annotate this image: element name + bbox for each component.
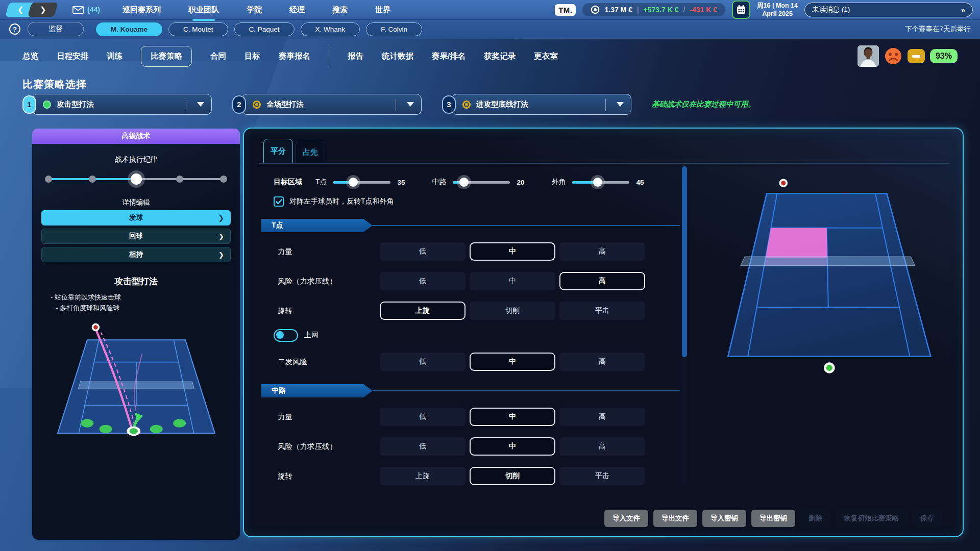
strategy-3-dropdown[interactable]: 进攻型底线打法 <box>452 94 631 115</box>
mood-sad-icon[interactable] <box>884 47 902 65</box>
point-state-tabs: 平分 占先 <box>263 139 325 163</box>
serve-button[interactable]: 发球 ❯ <box>41 210 231 226</box>
tab-objectives[interactable]: 目标 <box>244 46 260 66</box>
tab-match-strategy[interactable]: 比赛策略 <box>141 46 192 67</box>
export-file-button[interactable]: 导出文件 <box>653 510 697 527</box>
option-topspin[interactable]: 上旋 <box>380 467 465 485</box>
menu-item-world[interactable]: 世界 <box>374 1 391 19</box>
lefty-invert-checkbox[interactable] <box>274 196 284 207</box>
strategy-scroll-area: 目标区域 T点 35 中路 20 外角 <box>259 164 680 485</box>
option-medium[interactable]: 中 <box>470 242 555 261</box>
option-low[interactable]: 低 <box>380 408 465 426</box>
strategy-2-dropdown[interactable]: 全场型打法 <box>242 94 422 115</box>
slider-thumb[interactable] <box>131 173 142 185</box>
slider-thumb[interactable] <box>349 178 358 187</box>
import-key-button[interactable]: 导入密钥 <box>702 510 746 527</box>
strategy-slot-1: 1 攻击型打法 <box>22 94 212 115</box>
strategy-1-dropdown[interactable]: 攻击型打法 <box>32 94 212 115</box>
unread-messages-button[interactable]: 未读消息 (1) » <box>804 3 973 17</box>
playstyle-title: 攻击型打法 <box>32 276 240 287</box>
tab-contract[interactable]: 合同 <box>210 46 226 66</box>
rally-button[interactable]: 相持 ❯ <box>41 247 231 262</box>
option-slice[interactable]: 切削 <box>470 302 555 320</box>
player-tab-kouame[interactable]: M. Kouame <box>96 22 162 36</box>
menu-item-search[interactable]: 搜索 <box>331 1 349 19</box>
option-topspin[interactable]: 上旋 <box>380 302 465 320</box>
menu-item-academy[interactable]: 学院 <box>246 1 263 19</box>
serve-court-diagram <box>52 320 220 478</box>
option-high[interactable]: 高 <box>559 272 645 290</box>
tab-advantage[interactable]: 占先 <box>296 141 325 163</box>
player-tab-moutet[interactable]: C. Moutet <box>168 22 228 36</box>
row-label: 二发风险 <box>259 357 380 367</box>
player-tab-whank[interactable]: X. Whank <box>301 22 360 36</box>
return-button[interactable]: 回球 ❯ <box>41 229 231 244</box>
t-point-slider[interactable] <box>333 177 390 187</box>
option-slice[interactable]: 切削 <box>470 467 555 485</box>
player-tab-paquet[interactable]: C. Paquet <box>234 22 295 36</box>
inbox-button[interactable]: (44) <box>72 6 100 14</box>
chevron-right-icon: ❯ <box>218 233 224 240</box>
toggle-thumb <box>276 331 284 339</box>
page-tab-row: 总览 日程安排 训练 比赛策略 合同 目标 赛事报名 报告 统计数据 赛果/排名… <box>0 39 980 73</box>
tab-reports[interactable]: 报告 <box>348 46 363 66</box>
calendar-button[interactable] <box>732 1 750 19</box>
caret-down-icon <box>617 102 624 107</box>
wide-slider[interactable] <box>572 177 629 187</box>
finance-summary[interactable]: 1.37 M € | +573.7 K € / -431 K € <box>582 3 725 16</box>
option-medium[interactable]: 中 <box>470 437 555 456</box>
tab-deuce[interactable]: 平分 <box>263 139 293 163</box>
option-buttons: 低 中 高 <box>380 437 645 456</box>
target-court-diagram <box>721 176 945 380</box>
option-medium[interactable]: 中 <box>470 408 555 426</box>
tab-stats[interactable]: 统计数据 <box>382 46 413 66</box>
option-medium[interactable]: 中 <box>470 353 555 371</box>
menu-item-tour[interactable]: 巡回赛系列 <box>121 1 162 19</box>
player-tab-colvin[interactable]: F. Colvin <box>366 22 422 36</box>
scrollbar[interactable] <box>682 165 687 484</box>
tab-schedule[interactable]: 日程安排 <box>57 46 88 66</box>
option-flat[interactable]: 平击 <box>559 467 645 485</box>
option-flat[interactable]: 平击 <box>559 302 645 320</box>
option-low[interactable]: 低 <box>380 272 465 290</box>
forward-button[interactable]: ❯ <box>28 3 58 17</box>
status-dot-green <box>43 101 51 109</box>
net-approach-toggle[interactable] <box>274 329 298 342</box>
menu-item-pro-team[interactable]: 职业团队 <box>187 1 220 19</box>
option-high[interactable]: 高 <box>559 408 645 426</box>
discipline-slider[interactable] <box>48 172 224 186</box>
supervisor-button[interactable]: 监督 <box>28 22 84 36</box>
tab-locker-room[interactable]: 更衣室 <box>534 46 558 66</box>
tab-entries[interactable]: 赛事报名 <box>279 46 310 66</box>
import-file-button[interactable]: 导入文件 <box>604 510 648 527</box>
slider-step-dot <box>176 176 183 183</box>
scrollbar-thumb[interactable] <box>682 166 687 357</box>
tab-trophies[interactable]: 获奖记录 <box>484 46 516 66</box>
option-high[interactable]: 高 <box>559 242 645 261</box>
export-key-button[interactable]: 导出密钥 <box>751 510 795 527</box>
option-row-spin-2: 旋转 上旋 切削 平击 <box>259 466 680 485</box>
option-low[interactable]: 低 <box>380 437 465 456</box>
tab-results-ranking[interactable]: 赛果/排名 <box>432 46 465 66</box>
option-low[interactable]: 低 <box>380 242 465 261</box>
option-high[interactable]: 高 <box>559 353 645 371</box>
delete-button[interactable]: 删除 <box>800 510 830 527</box>
option-low[interactable]: 低 <box>380 353 465 371</box>
dropdown-divider <box>605 98 606 111</box>
menu-item-manager[interactable]: 经理 <box>288 1 306 19</box>
tab-overview[interactable]: 总览 <box>22 46 38 66</box>
double-arrow-icon: » <box>961 6 965 14</box>
option-medium[interactable]: 中 <box>470 272 555 290</box>
expense-value: -431 K € <box>690 6 717 14</box>
tab-training[interactable]: 训练 <box>107 46 122 66</box>
help-button[interactable]: ? <box>9 23 20 35</box>
slider-thumb[interactable] <box>459 178 469 187</box>
option-high[interactable]: 高 <box>559 437 645 456</box>
finance-separator-2: / <box>683 6 685 14</box>
save-button[interactable]: 保存 <box>912 510 942 527</box>
body-slider[interactable] <box>453 177 510 187</box>
slider-thumb[interactable] <box>593 178 602 187</box>
body-value: 20 <box>517 179 530 186</box>
avatar[interactable] <box>857 45 879 67</box>
reset-strategy-button[interactable]: 恢复初始比赛策略 <box>836 510 907 527</box>
